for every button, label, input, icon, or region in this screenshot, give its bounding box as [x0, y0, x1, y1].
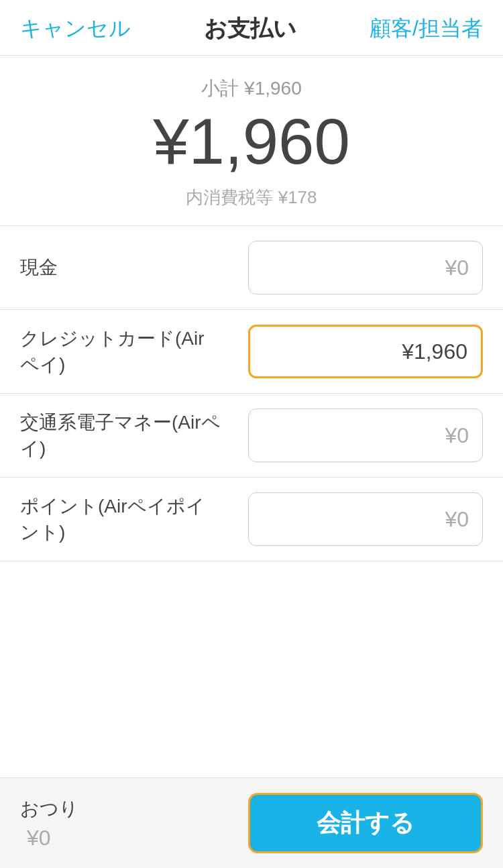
credit-input[interactable]	[248, 325, 483, 378]
cash-input-wrapper	[248, 241, 483, 294]
transit-input-wrapper	[248, 409, 483, 462]
tax-label: 内消費税等 ¥178	[13, 186, 490, 209]
summary-section: 小計 ¥1,960 ¥1,960 内消費税等 ¥178	[0, 56, 503, 226]
page-title: お支払い	[204, 13, 296, 44]
total-amount: ¥1,960	[13, 109, 490, 174]
customer-button[interactable]: 顧客/担当者	[370, 14, 483, 44]
payment-row-transit: 交通系電子マネー(Airペイ)	[0, 394, 503, 478]
cancel-button[interactable]: キャンセル	[20, 14, 131, 44]
points-input[interactable]	[248, 492, 483, 546]
otsuri-value: ¥0	[27, 826, 78, 851]
points-label: ポイント(Airペイポイント)	[20, 493, 221, 545]
subtotal-label: 小計 ¥1,960	[13, 76, 490, 101]
transit-label: 交通系電子マネー(Airペイ)	[20, 409, 221, 462]
credit-input-wrapper	[248, 325, 483, 378]
otsuri-section: おつり ¥0	[20, 796, 78, 851]
points-input-wrapper	[248, 492, 483, 546]
otsuri-label: おつり	[20, 796, 78, 822]
payment-list: 現金 クレジットカード(Airペイ) 交通系電子マネー(Airペイ) ポイント(…	[0, 226, 503, 561]
checkout-button[interactable]: 会計する	[248, 793, 483, 853]
payment-row-cash: 現金	[0, 226, 503, 310]
credit-label: クレジットカード(Airペイ)	[20, 325, 221, 378]
cash-input[interactable]	[248, 241, 483, 294]
footer-row: おつり ¥0 会計する	[0, 777, 503, 868]
header: キャンセル お支払い 顧客/担当者	[0, 0, 503, 56]
payment-row-credit: クレジットカード(Airペイ)	[0, 310, 503, 394]
cash-label: 現金	[20, 254, 221, 280]
transit-input[interactable]	[248, 409, 483, 462]
payment-row-points: ポイント(Airペイポイント)	[0, 478, 503, 561]
